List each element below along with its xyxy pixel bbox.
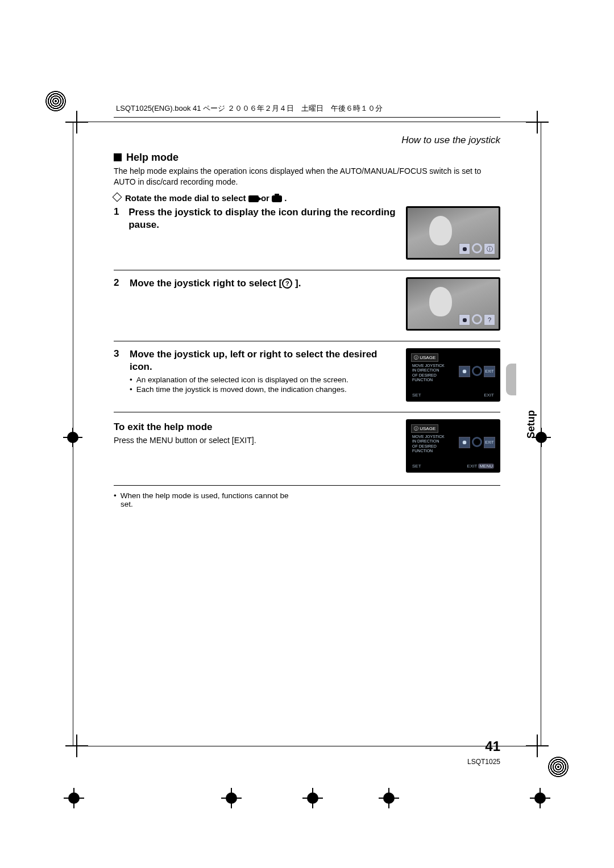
thumb-icon-ring (472, 243, 482, 253)
video-mode-icon (248, 195, 259, 202)
step-number: 2 (114, 277, 124, 290)
bullet-item: Each time the joystick is moved down, th… (130, 385, 398, 394)
thumb-icon-ring (472, 366, 482, 376)
registration-cross-bl (65, 735, 88, 757)
footnote: When the help mode is used, functions ca… (114, 491, 301, 508)
thumb-icon-info: ⓘ (484, 243, 495, 254)
usage-exit-label: EXIT (467, 464, 478, 469)
registration-radial-tl (45, 91, 66, 111)
exit-body: Press the MENU button or select [EXIT]. (114, 435, 398, 446)
usage-header: ⓘ USAGE (411, 353, 438, 362)
thumb-icon-exit: EXIT (484, 437, 495, 448)
section-intro: The help mode explains the operation ico… (114, 166, 500, 187)
step-1: 1 Press the joystick to display the icon… (114, 206, 500, 260)
pre-instruction: Rotate the mode dial to select or . (114, 193, 500, 203)
footnote-item: When the help mode is used, functions ca… (114, 491, 301, 508)
bullet-item: An explanation of the selected icon is d… (130, 375, 398, 384)
step-3: 3 Move the joystick up, left or right to… (114, 341, 500, 402)
thumb-icon-rec: ⏺ (459, 314, 470, 326)
source-file-line: LSQT1025(ENG).book 41 ページ ２００６年２月４日 土曜日 … (114, 103, 500, 118)
step-title: Press the joystick to display the icon d… (128, 206, 398, 231)
thumb-icon-rec: ⏺ (459, 366, 470, 377)
camera-mode-icon (272, 195, 282, 202)
page-content: LSQT1025(ENG).book 41 ページ ２００６年２月４日 土曜日 … (114, 103, 500, 709)
section-title-text: Help mode (126, 152, 179, 163)
pre-instruction-text-a: Rotate the mode dial to select (125, 193, 248, 203)
usage-exit-label: EXIT (484, 393, 494, 398)
usage-set-label: SET (412, 464, 421, 469)
usage-header: ⓘ USAGE (411, 424, 438, 433)
crop-line-bottom (73, 746, 541, 746)
step-number: 1 (114, 206, 123, 231)
thumb-icon-ring (472, 437, 482, 447)
thumb-icon-help: ? (484, 314, 495, 326)
thumb-icon-rec: ⏺ (459, 437, 470, 448)
page-number: 41 (485, 738, 500, 754)
step-title: Move the joystick up, left or right to s… (130, 348, 398, 373)
document-id: LSQT1025 (467, 758, 500, 766)
square-bullet-icon (114, 153, 122, 161)
pre-instruction-text-c: . (284, 193, 287, 203)
usage-set-label: SET (412, 393, 421, 398)
screenshot-thumb-4: ⓘ USAGE MOVE JOYSTICK IN DIRECTION OF DE… (406, 419, 500, 473)
screenshot-thumb-1: ⏺ ⓘ (406, 206, 500, 260)
step-title: Move the joystick right to select [? ]. (130, 277, 301, 290)
thumb-icon-ring (472, 314, 482, 324)
registration-cross-tl (65, 111, 88, 133)
divider (114, 485, 500, 486)
exit-title: To exit the help mode (114, 422, 398, 433)
registration-radial-br (548, 757, 569, 777)
usage-exit-menu: MENU (478, 464, 494, 469)
diamond-bullet-icon (113, 192, 122, 202)
section-title: Help mode (114, 152, 500, 164)
section-tab (506, 364, 516, 395)
registration-row-bottom (68, 790, 546, 807)
screenshot-thumb-2: ⏺ ? (406, 277, 500, 331)
registration-cross-tr (526, 111, 549, 133)
step-number: 3 (114, 348, 124, 395)
section-side-label: Setup (525, 410, 537, 439)
steps-list: 1 Press the joystick to display the icon… (114, 206, 500, 473)
usage-text: MOVE JOYSTICK IN DIRECTION OF DESIRED FU… (412, 435, 445, 454)
exit-help-section: To exit the help mode Press the MENU but… (114, 412, 500, 473)
usage-text: MOVE JOYSTICK IN DIRECTION OF DESIRED FU… (412, 364, 445, 383)
breadcrumb: How to use the joystick (114, 135, 500, 146)
step-bullets: An explanation of the selected icon is d… (130, 375, 398, 394)
step-2: 2 Move the joystick right to select [? ]… (114, 270, 500, 331)
pre-instruction-text-b: or (261, 193, 272, 203)
thumb-icon-rec: ⏺ (459, 243, 470, 254)
help-icon: ? (282, 278, 292, 289)
screenshot-thumb-3: ⓘ USAGE MOVE JOYSTICK IN DIRECTION OF DE… (406, 348, 500, 402)
thumb-icon-exit: EXIT (484, 366, 495, 377)
registration-cross-br (526, 735, 549, 757)
registration-dot-left (67, 432, 78, 443)
